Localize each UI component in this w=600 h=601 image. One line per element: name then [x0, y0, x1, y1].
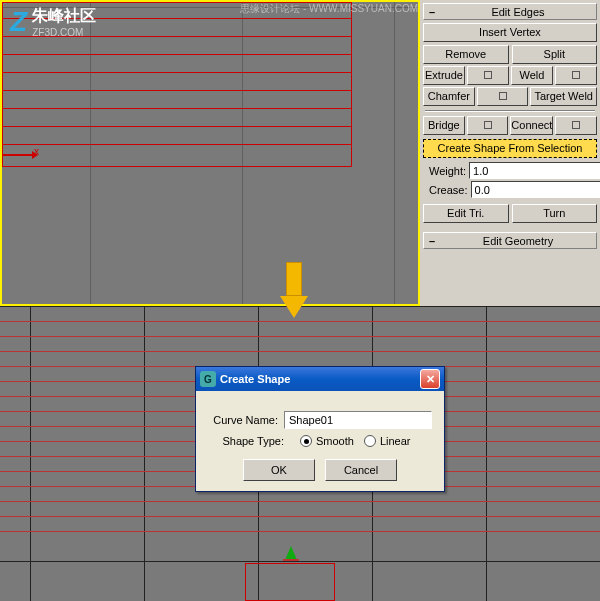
- site-logo: Z 朱峰社区 ZF3D.COM: [10, 6, 96, 38]
- divider: [425, 110, 595, 112]
- edit-tri-button[interactable]: Edit Tri.: [423, 204, 509, 223]
- weld-settings-button[interactable]: [555, 66, 597, 85]
- create-shape-from-selection-button[interactable]: Create Shape From Selection: [423, 139, 597, 158]
- transform-gizmo-icon[interactable]: [285, 546, 297, 560]
- modify-panel: – Edit Edges Insert Vertex Remove Split …: [418, 0, 600, 306]
- settings-icon: [484, 121, 492, 129]
- ok-button[interactable]: OK: [243, 459, 315, 481]
- linear-radio-label: Linear: [380, 435, 411, 447]
- weight-input[interactable]: [469, 162, 600, 179]
- x-axis-gizmo[interactable]: [2, 154, 32, 156]
- smooth-radio-label: Smooth: [316, 435, 354, 447]
- settings-icon: [499, 92, 507, 100]
- chamfer-settings-button[interactable]: [477, 87, 529, 106]
- bridge-settings-button[interactable]: [467, 116, 509, 135]
- rollout-edit-edges-header[interactable]: – Edit Edges: [423, 3, 597, 20]
- extrude-button[interactable]: Extrude: [423, 66, 465, 85]
- chamfer-button[interactable]: Chamfer: [423, 87, 475, 106]
- close-icon: ✕: [426, 373, 435, 386]
- crease-input[interactable]: [471, 181, 600, 198]
- turn-button[interactable]: Turn: [512, 204, 598, 223]
- viewport-top[interactable]: x 思缘设计论坛 - WWW.MISSYUAN.COM: [0, 0, 418, 306]
- connect-settings-button[interactable]: [555, 116, 597, 135]
- x-axis-label: x: [34, 146, 39, 157]
- settings-icon: [484, 71, 492, 79]
- rollout-title: Edit Edges: [440, 6, 596, 18]
- rollout-collapse-icon: –: [424, 235, 440, 247]
- split-button[interactable]: Split: [512, 45, 598, 64]
- extrude-settings-button[interactable]: [467, 66, 509, 85]
- weight-label: Weight:: [429, 165, 466, 177]
- curve-name-label: Curve Name:: [208, 414, 278, 426]
- rollout-title: Edit Geometry: [440, 235, 596, 247]
- close-button[interactable]: ✕: [420, 369, 440, 389]
- crease-label: Crease:: [429, 184, 468, 196]
- connect-button[interactable]: Connect: [510, 116, 553, 135]
- selected-shape: [245, 563, 335, 601]
- dialog-title: Create Shape: [220, 373, 290, 385]
- rollout-edit-geometry-header[interactable]: – Edit Geometry: [423, 232, 597, 249]
- create-shape-dialog: G Create Shape ✕ Curve Name: Shape Type:…: [195, 366, 445, 492]
- target-weld-button[interactable]: Target Weld: [530, 87, 597, 106]
- cancel-button[interactable]: Cancel: [325, 459, 397, 481]
- rollout-collapse-icon: –: [424, 6, 440, 18]
- insert-vertex-button[interactable]: Insert Vertex: [423, 23, 597, 42]
- settings-icon: [572, 71, 580, 79]
- smooth-radio[interactable]: [300, 435, 312, 447]
- remove-button[interactable]: Remove: [423, 45, 509, 64]
- watermark-top: 思缘设计论坛 - WWW.MISSYUAN.COM: [240, 2, 418, 16]
- dialog-titlebar[interactable]: G Create Shape ✕: [196, 367, 444, 391]
- annotation-arrow-down-icon: [280, 262, 308, 318]
- linear-radio[interactable]: [364, 435, 376, 447]
- settings-icon: [572, 121, 580, 129]
- curve-name-input[interactable]: [284, 411, 432, 429]
- viewport-bottom[interactable]: G Create Shape ✕ Curve Name: Shape Type:…: [0, 306, 600, 601]
- weld-button[interactable]: Weld: [511, 66, 553, 85]
- bridge-button[interactable]: Bridge: [423, 116, 465, 135]
- shape-type-label: Shape Type:: [208, 435, 284, 447]
- app-icon: G: [200, 371, 216, 387]
